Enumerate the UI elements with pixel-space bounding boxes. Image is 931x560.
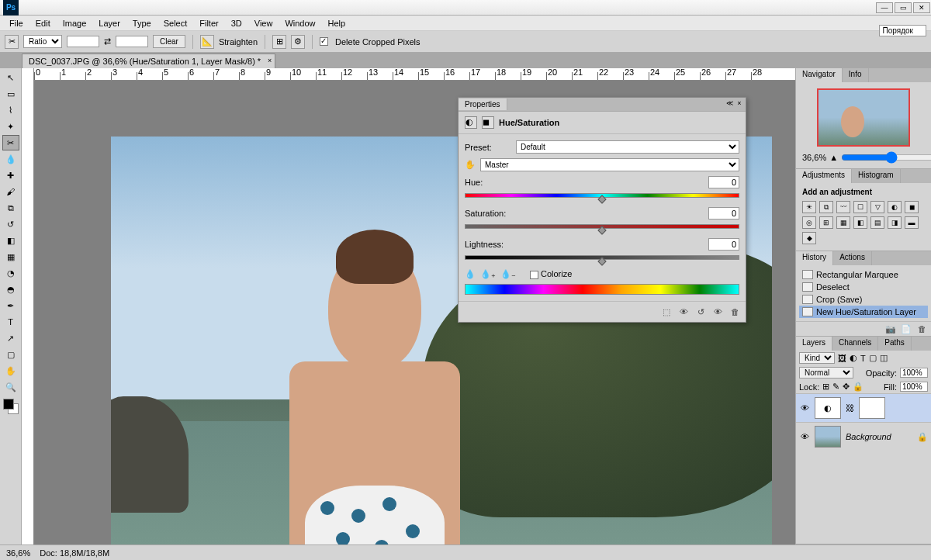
history-new-icon[interactable]: 📄 [900, 323, 912, 334]
selective-color-icon[interactable]: ◆ [802, 232, 816, 244]
history-item[interactable]: Rectangular Marquee [799, 268, 928, 281]
straighten-icon[interactable]: 📐 [200, 35, 214, 49]
history-tab[interactable]: History [796, 251, 833, 265]
navigator-zoom-slider[interactable] [841, 151, 931, 164]
ratio-select[interactable]: Ratio [23, 35, 62, 48]
curves-icon[interactable]: 〰 [836, 201, 850, 213]
menu-edit[interactable]: Edit [29, 17, 57, 29]
height-input[interactable] [116, 36, 148, 47]
previous-icon[interactable]: 👁 [677, 306, 690, 317]
healing-tool[interactable]: ✚ [2, 168, 19, 183]
channels-tab[interactable]: Channels [832, 337, 878, 351]
hand-icon[interactable]: ✋ [465, 160, 476, 170]
levels-icon[interactable]: ⧉ [819, 201, 833, 213]
status-zoom[interactable]: 36,6% [6, 548, 30, 558]
clip-icon[interactable]: ⬚ [660, 306, 673, 317]
path-tool[interactable]: ↗ [2, 330, 19, 346]
layer-mask-thumb[interactable] [859, 397, 885, 419]
minimize-button[interactable]: — [876, 2, 893, 13]
menu-filter[interactable]: Filter [193, 17, 224, 29]
visibility-icon[interactable]: 👁 [799, 431, 810, 442]
channel-select[interactable]: Master [480, 158, 739, 171]
saturation-slider[interactable] [465, 224, 739, 232]
pen-tool[interactable]: ✒ [2, 298, 19, 313]
workspace-select[interactable]: Порядок [879, 25, 926, 36]
menu-image[interactable]: Image [57, 17, 93, 29]
menu-3d[interactable]: 3D [225, 17, 248, 29]
adjustment-type-icon[interactable]: ◐ [465, 116, 477, 129]
channel-mixer-icon[interactable]: ⊞ [819, 216, 833, 229]
clear-button[interactable]: Clear [153, 35, 185, 48]
lock-all-icon[interactable]: 🔒 [853, 382, 864, 392]
panel-close-icon[interactable]: × [735, 99, 744, 109]
gradient-tool[interactable]: ▦ [2, 249, 19, 264]
vibrance-icon[interactable]: ▽ [870, 201, 884, 213]
grid-icon[interactable]: ⊞ [272, 35, 286, 49]
eyedropper-sub-icon[interactable]: 💧₋ [500, 269, 516, 279]
ruler-horizontal[interactable]: 0123456789101112131415161718192021222324… [34, 68, 795, 81]
threshold-icon[interactable]: ◨ [888, 216, 902, 229]
menu-select[interactable]: Select [157, 17, 194, 29]
move-tool[interactable]: ↖ [2, 70, 19, 85]
crop-tool-icon[interactable]: ✂ [5, 35, 19, 49]
menu-layer[interactable]: Layer [92, 17, 126, 29]
type-tool[interactable]: T [2, 314, 19, 330]
wand-tool[interactable]: ✦ [2, 119, 19, 134]
history-item[interactable]: New Hue/Saturation Layer [799, 306, 928, 318]
history-item[interactable]: Deselect [799, 281, 928, 293]
lock-move-icon[interactable]: ✥ [843, 382, 850, 392]
lookup-icon[interactable]: ▦ [836, 216, 850, 229]
histogram-tab[interactable]: Histogram [852, 169, 901, 183]
lightness-slider[interactable] [465, 255, 739, 263]
history-brush-tool[interactable]: ↺ [2, 216, 19, 232]
width-input[interactable] [67, 36, 99, 47]
close-tab-icon[interactable]: × [268, 57, 272, 64]
adjustments-tab[interactable]: Adjustments [796, 169, 852, 183]
lock-position-icon[interactable]: ✎ [832, 382, 839, 392]
hue-slider[interactable] [465, 193, 739, 201]
layers-tab[interactable]: Layers [796, 337, 832, 351]
hue-value[interactable]: 0 [708, 176, 739, 188]
status-doc[interactable]: Doc: 18,8M/18,8M [40, 548, 109, 558]
eyedropper-icon[interactable]: 💧 [465, 269, 476, 279]
gradient-map-icon[interactable]: ▬ [905, 216, 919, 229]
stamp-tool[interactable]: ⧉ [2, 200, 19, 216]
color-swatches[interactable] [3, 399, 19, 414]
eyedropper-add-icon[interactable]: 💧₊ [480, 269, 496, 279]
lock-pixels-icon[interactable]: ⊞ [822, 382, 829, 392]
opacity-input[interactable] [900, 368, 928, 378]
history-snapshot-icon[interactable]: 📷 [884, 323, 897, 334]
brightness-icon[interactable]: ☀ [802, 201, 816, 213]
toggle-visibility-icon[interactable]: 👁 [711, 306, 724, 317]
saturation-value[interactable]: 0 [708, 207, 739, 220]
history-delete-icon[interactable]: 🗑 [915, 323, 928, 334]
navigator-tab[interactable]: Navigator [796, 68, 843, 82]
navigator-thumbnail[interactable] [817, 88, 910, 147]
brush-tool[interactable]: 🖌 [2, 184, 19, 199]
document-tab[interactable]: DSC_0037.JPG @ 36,6% (Hue/Saturation 1, … [22, 54, 275, 68]
mask-icon[interactable]: ◼ [482, 116, 494, 129]
zoom-tool[interactable]: 🔍 [2, 379, 19, 395]
menu-file[interactable]: File [3, 17, 29, 29]
link-icon[interactable]: ⛓ [846, 403, 854, 413]
maximize-button[interactable]: ▭ [895, 2, 912, 13]
blur-tool[interactable]: ◔ [2, 265, 19, 281]
hue-sat-icon[interactable]: ◐ [888, 201, 902, 213]
fill-input[interactable] [900, 382, 928, 392]
menu-window[interactable]: Window [279, 17, 321, 29]
crop-tool[interactable]: ✂ [2, 135, 19, 150]
blend-mode-select[interactable]: Normal [799, 367, 853, 379]
layer-filter-select[interactable]: Kind [799, 352, 835, 364]
posterize-icon[interactable]: ▤ [870, 216, 884, 229]
adjustment-thumb[interactable]: ◐ [815, 397, 841, 419]
gear-icon[interactable]: ⚙ [291, 35, 305, 49]
lasso-tool[interactable]: ⌇ [2, 102, 19, 118]
exposure-icon[interactable]: ☐ [853, 201, 867, 213]
actions-tab[interactable]: Actions [833, 251, 872, 265]
zoom-out-icon[interactable]: ▲ [829, 153, 838, 162]
menu-view[interactable]: View [248, 17, 279, 29]
photo-filter-icon[interactable]: ◎ [802, 216, 816, 229]
straighten-label[interactable]: Straighten [219, 37, 258, 47]
eyedropper-tool[interactable]: 💧 [2, 151, 19, 167]
preset-select[interactable]: Default [516, 140, 739, 154]
